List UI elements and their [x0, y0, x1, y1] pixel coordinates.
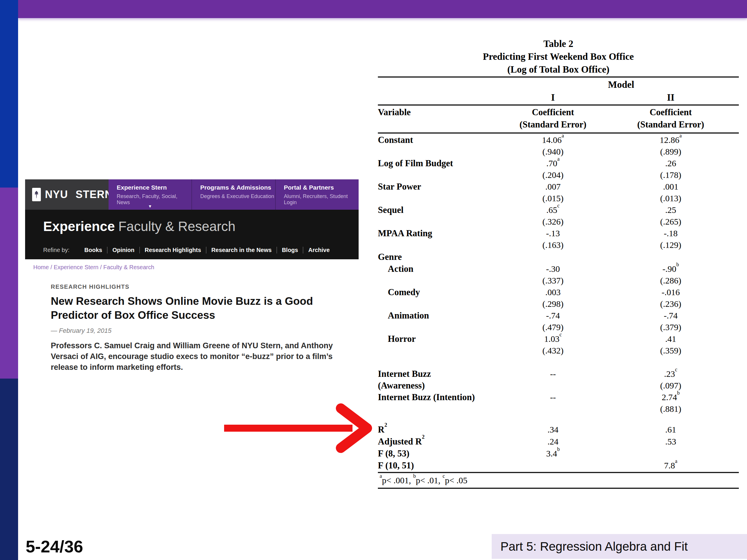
banner-title: ExperienceFaculty & Research	[43, 210, 359, 234]
table-row: Action-.30(.337)-.90b(.286)	[378, 263, 739, 287]
logo-text-stern: STERN	[76, 188, 113, 201]
left-bar-blue-segment	[0, 0, 18, 188]
refine-item-blogs[interactable]: Blogs	[277, 247, 303, 254]
article-headline: New Research Shows Online Movie Buzz is …	[51, 294, 319, 322]
table-row: Sequel.65c(.326).25(.265)	[378, 204, 739, 228]
refine-bar: Refine by: Books Opinion Research Highli…	[43, 247, 335, 254]
experience-banner: ExperienceFaculty & Research Refine by: …	[25, 210, 359, 259]
slide-page-number: 5-24/36	[26, 537, 83, 556]
article-block: RESEARCH HIGHLIGHTS New Research Shows O…	[51, 284, 345, 373]
nyu-torch-icon	[32, 188, 41, 201]
table-gap	[378, 415, 739, 424]
refine-item-archive[interactable]: Archive	[303, 247, 334, 254]
refine-item-books[interactable]: Books	[79, 247, 107, 254]
table-title: Table 2 Predicting First Weekend Box Off…	[378, 37, 739, 76]
table-stat-row: Adjusted R2.24.53	[378, 435, 739, 447]
model-column-I: I	[504, 91, 602, 104]
table-row: Comedy.003(.298)-.016(.236)	[378, 287, 739, 310]
coefficient-header-II: Coefficient (Standard Error)	[602, 106, 739, 131]
model-column-II: II	[602, 91, 739, 104]
refine-item-research-highlights[interactable]: Research Highlights	[139, 247, 206, 254]
coefficient-header-I: Coefficient (Standard Error)	[504, 106, 602, 131]
table-stat-row: F (8, 53)3.4b	[378, 447, 739, 459]
left-accent-bar	[0, 0, 18, 560]
table-row: Constant14.06a(.940)12.86a(.899)	[378, 134, 739, 158]
slide-footer: Part 5: Regression Algebra and Fit	[492, 534, 747, 559]
table-rule	[378, 488, 739, 489]
nav-item-portal-partners[interactable]: Portal & Partners Alumni, Recruiters, St…	[275, 179, 359, 210]
table-gap	[378, 356, 739, 368]
table-model-header: Model	[378, 78, 739, 91]
nav-item-programs-admissions[interactable]: Programs & Admissions Degrees & Executiv…	[191, 179, 275, 210]
logo-text-nyu: NYU	[45, 188, 68, 201]
nyu-top-nav: NYU STERN Experience Stern Research, Fac…	[25, 179, 359, 210]
table-stat-row: R2.34.61	[378, 424, 739, 435]
table-section-row: Genre	[378, 251, 739, 263]
table-row: Internet Buzz (Intention)--2.74b(.881)	[378, 392, 739, 415]
chevron-down-icon: ▼	[108, 204, 191, 209]
table-rule	[378, 104, 739, 106]
table-row: Internet Buzz(Awareness)--.23c(.097)	[378, 368, 739, 392]
nav-columns: Experience Stern Research, Faculty, Soci…	[108, 179, 359, 210]
regression-table: Table 2 Predicting First Weekend Box Off…	[378, 37, 739, 489]
refine-item-opinion[interactable]: Opinion	[107, 247, 139, 254]
table-row: Horror1.03c(.432).41(.359)	[378, 333, 739, 356]
table-rows: Constant14.06a(.940)12.86a(.899)Log of F…	[378, 134, 739, 471]
table-rule	[378, 132, 739, 134]
table-stat-row: F (10, 51)7.8a	[378, 459, 739, 471]
red-arrow	[221, 402, 375, 454]
slide-footer-label: Part 5: Regression Algebra and Fit	[500, 540, 688, 554]
nav-item-experience-stern[interactable]: Experience Stern Research, Faculty, Soci…	[108, 179, 191, 210]
nyu-stern-webpage-screenshot: NYU STERN Experience Stern Research, Fac…	[25, 179, 359, 373]
top-accent-band	[18, 0, 747, 18]
left-bar-purple-segment	[0, 188, 18, 379]
table-footnote: ap< .001, bp< .01, cp< .05	[378, 474, 739, 487]
breadcrumb[interactable]: Home / Experience Stern / Faculty & Rese…	[33, 264, 359, 271]
table-row: Star Power.007(.015).001(.013)	[378, 181, 739, 204]
table-rule	[378, 76, 739, 78]
table-column-headers: Variable Coefficient (Standard Error) Co…	[378, 106, 739, 132]
left-bar-navy-segment	[0, 379, 18, 560]
table-row: Animation-.74(.479)-.74(.379)	[378, 310, 739, 333]
refine-by-label: Refine by:	[43, 247, 70, 254]
article-body: Professors C. Samuel Craig and William G…	[51, 340, 345, 373]
table-rule	[378, 472, 739, 473]
table-row: MPAA Rating-.13(.163)-.18(.129)	[378, 228, 739, 251]
refine-item-research-in-the-news[interactable]: Research in the News	[206, 247, 277, 254]
article-date: — February 19, 2015	[51, 327, 345, 335]
nyu-stern-logo: NYU STERN	[25, 179, 108, 210]
article-kicker: RESEARCH HIGHLIGHTS	[51, 284, 345, 290]
table-model-columns: I II	[378, 91, 739, 104]
variable-header: Variable	[378, 106, 504, 131]
table-row: Log of Film Budget.70a(.204).26(.178)	[378, 158, 739, 181]
